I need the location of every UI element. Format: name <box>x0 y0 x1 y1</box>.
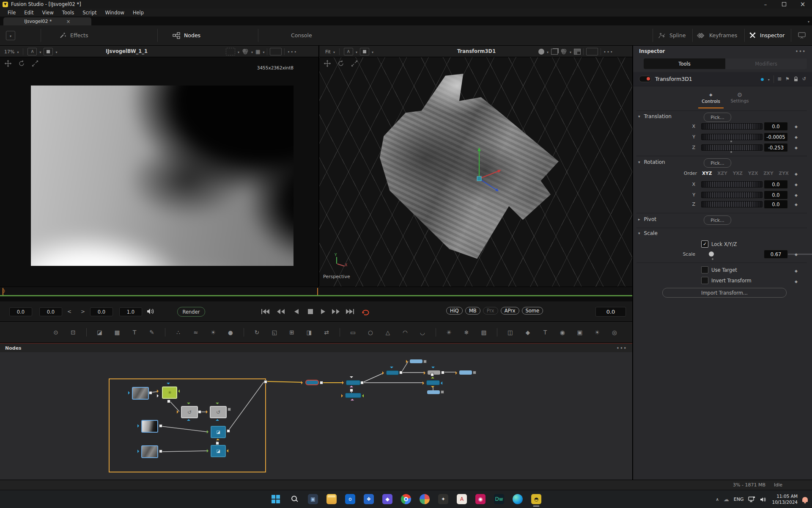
channel-a-button-right[interactable]: A <box>344 48 353 55</box>
channel-chevron-icon[interactable] <box>39 49 41 55</box>
translation-y-wheel[interactable] <box>701 134 763 140</box>
menu-item[interactable]: Window <box>101 9 129 16</box>
resize-icon[interactable]: ⇄ <box>322 328 331 337</box>
clock[interactable]: 11:05 AM 10/13/2024 <box>772 494 798 505</box>
color-chevron-icon[interactable] <box>251 49 253 55</box>
versions-icon[interactable]: ⊞ <box>778 76 782 82</box>
close-button[interactable] <box>793 0 812 8</box>
invert-transform-checkbox[interactable] <box>701 277 708 284</box>
lock-xyz-checkbox[interactable] <box>701 240 708 248</box>
translation-pick-button[interactable]: Pick... <box>704 113 731 122</box>
roi-icon[interactable] <box>226 48 235 55</box>
fusion-app[interactable]: ◓ <box>531 494 541 504</box>
global-start-field[interactable]: 0.0 <box>9 307 32 316</box>
pivot-pick-button[interactable]: Pick... <box>704 215 731 225</box>
viewer-splitter[interactable] <box>318 46 319 287</box>
import-transform-button[interactable]: Import Transform... <box>662 288 787 298</box>
translation-x-keyframe-icon[interactable] <box>795 123 798 129</box>
merge3d-node-3[interactable] <box>426 380 440 385</box>
lock-icon[interactable] <box>793 76 798 82</box>
maximize-button[interactable] <box>775 0 793 8</box>
imageplane-node-1[interactable]: ◪ <box>211 426 226 438</box>
taskbar-app-red[interactable]: ◉ <box>475 494 486 504</box>
output-port[interactable] <box>431 373 434 376</box>
network-icon[interactable] <box>748 496 755 502</box>
some-button[interactable]: Some <box>522 307 543 315</box>
tray-expand-icon[interactable]: ∧ <box>716 497 719 502</box>
pemitter-icon[interactable]: ✳ <box>436 328 453 337</box>
subtab-settings[interactable]: ⚙ Settings <box>727 91 752 103</box>
node-color-chevron-icon[interactable] <box>768 76 770 82</box>
volume-icon[interactable] <box>760 497 767 502</box>
ellipse-mask-icon[interactable]: ○ <box>366 328 375 337</box>
blur-icon[interactable]: ● <box>226 328 235 337</box>
renderer3d-icon[interactable]: ◎ <box>610 328 619 337</box>
zoom-tool-icon[interactable] <box>31 60 39 67</box>
order-keyframe-icon[interactable] <box>795 171 798 177</box>
translation-y-keyframe-icon[interactable] <box>795 134 798 140</box>
keyframes-button[interactable]: Keyframes <box>697 25 737 45</box>
right-viewer-menu-dots[interactable]: ••• <box>604 50 614 54</box>
order-xzy[interactable]: XZY <box>717 171 727 176</box>
section-scale[interactable]: Scale <box>638 230 658 236</box>
section-translation[interactable]: Translation <box>638 113 672 119</box>
mb-button[interactable]: MB <box>465 307 480 315</box>
global-end-field[interactable]: 1.0 <box>119 307 142 316</box>
lighting-icon[interactable] <box>538 49 544 55</box>
pimageemitter-icon[interactable]: ❄ <box>462 328 471 337</box>
reset-icon[interactable]: ↺ <box>802 76 806 82</box>
fast-rewind-button[interactable] <box>275 308 286 315</box>
translation-z-value[interactable]: -0.253 <box>764 143 788 152</box>
fit-level[interactable]: Fit <box>325 49 331 55</box>
left-viewer[interactable]: 3455x2362xint8 <box>0 57 318 287</box>
section-pivot[interactable]: Pivot <box>638 216 656 222</box>
output-port[interactable] <box>198 410 201 414</box>
translation-y-value[interactable]: -0.0005 <box>764 133 788 141</box>
grid-icon[interactable]: ▦ <box>255 49 260 55</box>
node-color-dot[interactable]: ● <box>761 77 764 81</box>
taskbar-app-dark[interactable]: ▣ <box>308 494 318 504</box>
color-controls-icon-right[interactable] <box>560 48 567 55</box>
renderer-node-2[interactable] <box>459 370 472 375</box>
taskbar-app-light[interactable]: A <box>457 494 467 504</box>
camera3d-icon[interactable]: ▣ <box>576 328 584 337</box>
view-mode-chevron-icon[interactable] <box>55 49 57 55</box>
start-button[interactable] <box>271 494 281 504</box>
rotation-y-wheel[interactable] <box>701 192 763 198</box>
step-back-button[interactable]: < <box>64 307 74 315</box>
output-port[interactable] <box>228 408 231 411</box>
polygon-mask-icon[interactable]: △ <box>384 328 392 337</box>
goto-start-button[interactable] <box>260 308 271 315</box>
output-port[interactable] <box>441 371 444 374</box>
scale-slider[interactable] <box>701 250 762 258</box>
inspector-menu-dots[interactable]: ••• <box>796 49 806 54</box>
audio-icon[interactable] <box>146 308 155 315</box>
imageplane3d-icon[interactable]: ◫ <box>497 328 515 337</box>
color-controls-icon[interactable] <box>242 48 249 55</box>
channel-a-button[interactable]: A <box>27 48 37 55</box>
notification-bell-icon[interactable] <box>802 497 808 502</box>
step-forward-button[interactable]: > <box>78 307 88 315</box>
aprx-button[interactable]: APrx <box>501 307 519 315</box>
order-xyz[interactable]: XYZ <box>702 171 712 176</box>
zoom-level[interactable]: 17% <box>4 49 14 55</box>
stacked-views-icon[interactable] <box>551 49 558 55</box>
output-port[interactable] <box>167 400 170 403</box>
nodes-button[interactable]: Nodes <box>173 25 200 45</box>
output-port[interactable] <box>227 429 230 433</box>
section-rotation[interactable]: Rotation <box>638 159 665 165</box>
doublepoly-mask-icon[interactable]: ◡ <box>418 328 427 337</box>
background-icon[interactable]: ◪ <box>86 328 104 337</box>
fit-chevron-icon[interactable] <box>333 49 335 55</box>
tab-tools[interactable]: Tools <box>644 58 725 69</box>
order-yxz[interactable]: YXZ <box>733 171 743 176</box>
transform-node-1[interactable]: ↺ <box>181 406 198 418</box>
onedrive-icon[interactable]: ☁ <box>724 496 729 502</box>
view-mode-chevron-icon-right[interactable] <box>372 49 373 55</box>
stop-button[interactable] <box>305 308 316 315</box>
chrome[interactable] <box>401 494 411 504</box>
order-yzx[interactable]: YZX <box>748 171 758 176</box>
use-target-checkbox[interactable] <box>701 266 708 273</box>
transform-node-2[interactable]: ↺ <box>210 406 227 418</box>
rectangle-mask-icon[interactable]: ▭ <box>340 328 357 337</box>
